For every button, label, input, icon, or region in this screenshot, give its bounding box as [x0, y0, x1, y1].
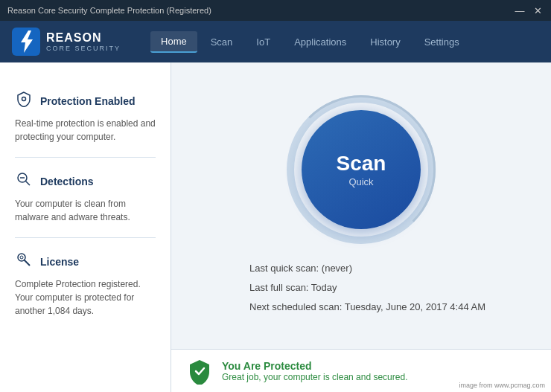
- scan-ring: Scan Quick: [287, 95, 436, 244]
- nav-scan[interactable]: Scan: [200, 32, 243, 52]
- protection-desc: Real-time protection is enabled and prot…: [15, 117, 156, 144]
- sidebar-detections-header: Detections: [15, 171, 156, 191]
- sidebar-license: License Complete Protection registered. …: [15, 238, 156, 331]
- last-quick-scan: Last quick scan: (never): [249, 259, 503, 278]
- scan-button-sublabel: Quick: [348, 176, 373, 187]
- detections-title: Detections: [40, 176, 94, 187]
- nav-applications[interactable]: Applications: [284, 32, 357, 52]
- title-bar-controls: — ✕: [514, 6, 544, 16]
- status-shield-icon: [186, 358, 213, 385]
- nav-settings[interactable]: Settings: [414, 32, 470, 52]
- logo-security: CORE SECURITY: [46, 45, 121, 53]
- logo-text: REASON CORE SECURITY: [46, 30, 121, 53]
- scan-button-label: Scan: [337, 151, 386, 176]
- license-icon: [15, 251, 33, 271]
- scan-info: Last quick scan: (never) Last full scan:…: [220, 259, 503, 317]
- logo-icon: [12, 28, 40, 56]
- sidebar-protection-header: Protection Enabled: [15, 91, 156, 111]
- right-panel: Scan Quick Last quick scan: (never) Last…: [171, 62, 551, 392]
- logo-reason: REASON: [46, 30, 121, 45]
- license-desc: Complete Protection registered. Your com…: [15, 277, 156, 318]
- nav-home[interactable]: Home: [150, 31, 197, 53]
- svg-line-7: [25, 260, 31, 266]
- scan-button[interactable]: Scan Quick: [302, 110, 421, 229]
- nav-bar: REASON CORE SECURITY Home Scan IoT Appli…: [0, 21, 551, 62]
- title-bar: Reason Core Security Complete Protection…: [0, 0, 551, 21]
- next-scheduled-scan: Next scheduled scan: Tuesday, June 20, 2…: [249, 298, 503, 317]
- detections-icon: [15, 171, 33, 191]
- protection-title: Protection Enabled: [40, 95, 136, 107]
- status-subtitle: Great job, your computer is clean and se…: [222, 372, 407, 382]
- title-bar-text: Reason Core Security Complete Protection…: [7, 6, 211, 15]
- close-button[interactable]: ✕: [532, 6, 544, 16]
- last-full-scan: Last full scan: Today: [249, 278, 503, 298]
- detections-desc: Your computer is clean from malware and …: [15, 197, 156, 224]
- svg-point-8: [20, 256, 23, 259]
- license-title: License: [40, 256, 79, 268]
- svg-point-2: [22, 97, 26, 101]
- shield-icon: [15, 91, 33, 111]
- status-text: You Are Protected Great job, your comput…: [222, 360, 407, 382]
- svg-line-4: [26, 181, 31, 186]
- sidebar: Protection Enabled Real-time protection …: [0, 62, 171, 392]
- nav-links: Home Scan IoT Applications History Setti…: [150, 31, 470, 53]
- nav-iot[interactable]: IoT: [246, 32, 281, 52]
- sidebar-protection: Protection Enabled Real-time protection …: [15, 77, 156, 158]
- scan-area: Scan Quick Last quick scan: (never) Last…: [171, 62, 551, 349]
- watermark: image from www.pcmag.com: [459, 382, 545, 389]
- nav-history[interactable]: History: [360, 32, 410, 52]
- main-content: Protection Enabled Real-time protection …: [0, 62, 551, 392]
- status-title: You Are Protected: [222, 360, 407, 372]
- sidebar-detections: Detections Your computer is clean from m…: [15, 158, 156, 238]
- logo: REASON CORE SECURITY: [12, 28, 121, 56]
- sidebar-license-header: License: [15, 251, 156, 271]
- minimize-button[interactable]: —: [514, 6, 526, 16]
